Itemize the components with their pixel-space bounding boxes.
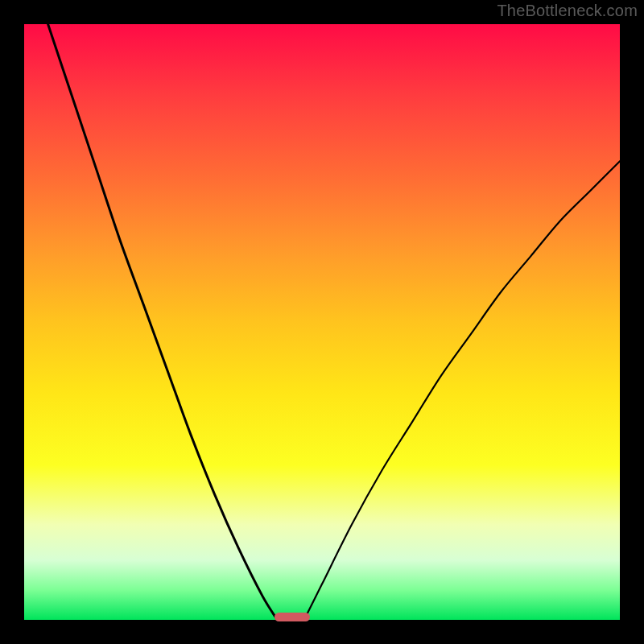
watermark: TheBottleneck.com xyxy=(497,2,638,20)
chart-container: TheBottleneck.com xyxy=(0,0,644,644)
gradient-plot-area xyxy=(24,24,620,620)
